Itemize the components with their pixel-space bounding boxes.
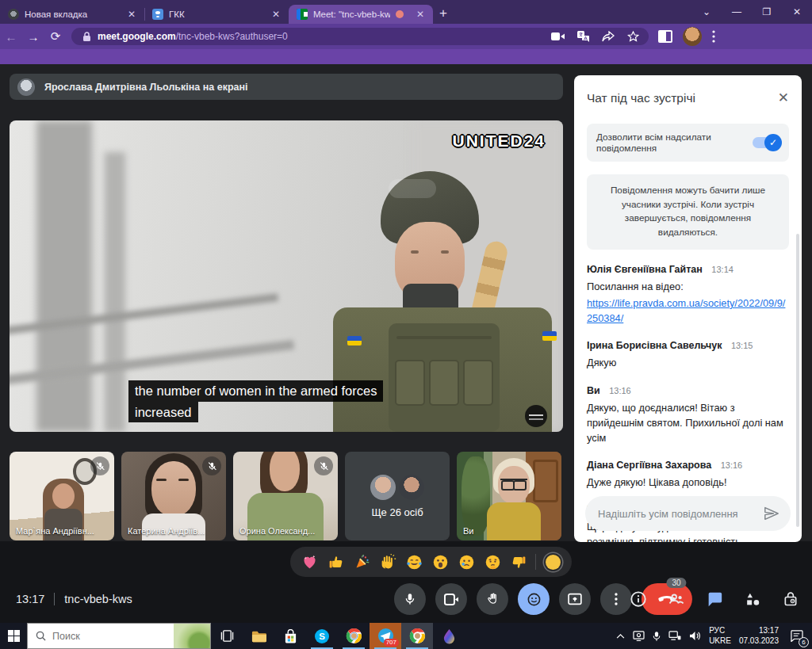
share-icon[interactable] <box>602 31 615 42</box>
taskbar-clock[interactable]: 13:17 07.03.2023 <box>739 626 779 646</box>
crying-face-reaction[interactable] <box>457 552 476 571</box>
thumbs-up-reaction[interactable] <box>326 552 345 571</box>
chat-notice: Повідомлення можуть бачити лише учасники… <box>587 174 789 250</box>
host-controls-button[interactable] <box>780 589 801 609</box>
subtitle-line: the number of women in the armed forces <box>128 380 383 401</box>
address-bar[interactable]: meet.google.com/tnc-vbeb-kws?authuser=0 <box>71 28 649 45</box>
activities-button[interactable] <box>742 589 763 609</box>
side-panel-icon[interactable] <box>658 30 672 43</box>
more-options-button[interactable] <box>600 583 632 615</box>
send-icon[interactable] <box>764 506 779 521</box>
skin-tone-selector[interactable] <box>543 552 562 571</box>
raise-hand-button[interactable] <box>477 583 508 615</box>
people-button[interactable]: 30 <box>666 589 687 609</box>
ukraine-flag-patch <box>347 336 362 345</box>
chat-input[interactable] <box>598 508 764 520</box>
camera-button[interactable] <box>435 583 467 615</box>
profile-avatar[interactable] <box>683 27 702 46</box>
participant-tile[interactable]: Мар`яна Андріївн... <box>10 452 114 540</box>
tab-new-page[interactable]: Новая вкладка ✕ <box>0 5 144 24</box>
browser-menu-chevron-icon[interactable]: ⌄ <box>691 6 722 17</box>
close-button[interactable]: ✕ <box>782 6 812 17</box>
chat-panel: Чат під час зустрічі ✕ Дозволити всім на… <box>574 75 802 542</box>
tab-gkk[interactable]: ГКК ✕ <box>144 5 289 24</box>
volume-tray-icon[interactable] <box>689 631 701 641</box>
microsoft-store-icon[interactable] <box>274 623 306 649</box>
windows-taskbar: S 707 РУС UKRE 13:17 07.03.2023 6 <box>0 623 812 649</box>
chrome-profile1-icon[interactable] <box>338 623 370 649</box>
language-indicator[interactable]: РУС UKRE <box>709 626 731 646</box>
chat-message: Діана Сергіївна Захарова 13:16 Дуже дяку… <box>587 460 789 490</box>
notification-center-button[interactable]: 6 <box>787 627 806 646</box>
search-input[interactable] <box>52 631 147 642</box>
screen-share-tray-icon[interactable] <box>633 631 645 641</box>
chrome-profile2-icon[interactable] <box>401 623 433 649</box>
participant-name: Катерина Андріїв... <box>128 526 205 536</box>
chat-message: Ірина Борисівна Савельчук 13:15 Дякую <box>587 340 789 370</box>
browser-kebab-menu-icon[interactable] <box>712 30 715 43</box>
telegram-icon[interactable]: 707 <box>370 623 401 649</box>
self-view-tile[interactable]: Ви <box>457 452 561 540</box>
camera-in-use-icon[interactable] <box>551 32 565 41</box>
tray-chevron-icon[interactable] <box>616 633 625 639</box>
mic-off-icon <box>314 456 333 475</box>
tab-close-icon[interactable]: ✕ <box>270 8 282 21</box>
more-participants-label: Ще 26 осіб <box>371 506 423 518</box>
reactions-bar <box>290 547 572 577</box>
chat-input-row <box>585 496 791 531</box>
mic-off-icon <box>202 456 221 475</box>
tab-close-icon[interactable]: ✕ <box>125 8 138 21</box>
thinking-face-reaction[interactable] <box>483 552 502 571</box>
chat-button[interactable] <box>704 589 725 609</box>
message-time: 13:14 <box>711 265 733 274</box>
message-link[interactable]: https://life.pravda.com.ua/society/2022/… <box>587 296 789 326</box>
thumbs-down-reaction[interactable] <box>509 552 528 571</box>
meeting-details-button[interactable] <box>628 589 649 609</box>
minimize-button[interactable]: — <box>722 6 752 17</box>
message-time: 13:16 <box>609 386 631 395</box>
party-popper-reaction[interactable] <box>352 552 371 571</box>
forward-icon[interactable]: → <box>22 30 44 44</box>
participant-tile[interactable]: Катерина Андріїв... <box>121 452 226 540</box>
astonished-face-reaction[interactable] <box>431 552 450 571</box>
mic-button[interactable] <box>394 583 426 615</box>
task-view-button[interactable] <box>211 623 243 649</box>
allow-messages-toggle[interactable]: ✓ <box>753 137 779 148</box>
paint3d-icon[interactable] <box>433 623 465 649</box>
person-favicon-icon <box>152 9 163 20</box>
present-button[interactable] <box>559 583 591 615</box>
mic-off-icon <box>90 456 109 475</box>
presented-video[interactable]: UNITED24 the number of women in the arme… <box>10 120 563 432</box>
participant-filmstrip: Мар`яна Андріївн... Катерина Андріїв... … <box>10 452 561 540</box>
message-time: 13:16 <box>721 460 743 470</box>
screen: Новая вкладка ✕ ГКК ✕ Meet: "tnc-vbeb-kw… <box>0 0 812 649</box>
allow-messages-row: Дозволити всім надсилати повідомлення ✓ <box>587 124 789 162</box>
browser-toolbar: ← → ⟳ meet.google.com/tnc-vbeb-kws?authu… <box>0 24 812 49</box>
taskbar-search[interactable] <box>27 623 211 649</box>
ukraine-flag-patch <box>542 331 557 341</box>
file-explorer-icon[interactable] <box>243 623 274 649</box>
bookmark-star-icon[interactable] <box>627 31 639 43</box>
back-icon[interactable]: ← <box>0 30 22 44</box>
skype-icon[interactable]: S <box>306 623 338 649</box>
tab-close-icon[interactable]: ✕ <box>414 8 427 21</box>
chat-close-icon[interactable]: ✕ <box>778 90 789 106</box>
reactions-button[interactable] <box>518 583 550 615</box>
start-button[interactable] <box>0 623 27 649</box>
restore-button[interactable]: ❐ <box>752 6 782 17</box>
tears-of-joy-reaction[interactable] <box>404 552 423 571</box>
clapping-hands-reaction[interactable] <box>378 552 397 571</box>
reload-icon[interactable]: ⟳ <box>44 29 67 44</box>
chat-scrollbar[interactable] <box>796 234 799 527</box>
tab-meet[interactable]: Meet: "tnc-vbeb-kws" ✕ <box>289 5 433 24</box>
message-sender: Юлія Євгеніївна Гайтан <box>587 264 703 275</box>
meet-app: Ярослава Дмитрівна Льолькіна на екрані <box>0 64 812 623</box>
more-participants-tile[interactable]: Ще 26 осіб <box>345 452 450 540</box>
media-indicator-icon <box>396 10 404 18</box>
mic-tray-icon[interactable] <box>653 631 661 642</box>
new-tab-button[interactable]: + <box>439 6 447 21</box>
translate-icon[interactable] <box>577 31 589 43</box>
sparkling-heart-reaction[interactable] <box>300 552 319 571</box>
participant-tile[interactable]: Орина Олександ... <box>233 452 338 540</box>
network-tray-icon[interactable] <box>668 631 681 641</box>
